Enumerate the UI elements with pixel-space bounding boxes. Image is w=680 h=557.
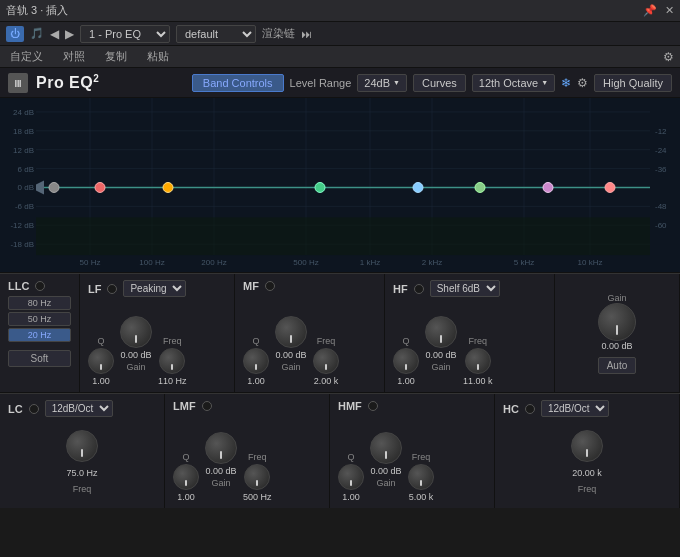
power-button[interactable]: ⏻ [6,26,24,42]
soft-button[interactable]: Soft [8,350,71,367]
mf-gain-knob[interactable] [275,316,307,348]
hmf-q-value: 1.00 [342,492,360,502]
octave-dropdown[interactable]: 12th Octave [472,74,555,92]
level-range-dropdown[interactable]: 24dB [357,74,407,92]
hc-enable[interactable] [525,404,535,414]
third-bar: 自定义 对照 复制 粘贴 ⚙ [0,46,680,68]
hmf-freq-label: Freq [412,452,431,462]
svg-text:-6 dB: -6 dB [15,202,34,211]
next-button[interactable]: ▶ [65,27,74,41]
lmf-q-knob[interactable] [173,464,199,490]
mf-enable[interactable] [265,281,275,291]
mf-q-knob[interactable] [243,348,269,374]
preset-select[interactable]: 1 - Pro EQ [80,25,170,43]
settings-icon[interactable]: ⚙ [577,76,588,90]
chain-label: 渲染链 [262,26,295,41]
compare-button[interactable]: 对照 [59,49,89,64]
hf-freq-value: 11.00 k [463,376,493,386]
band-row-1: LLC 80 Hz 50 Hz 20 Hz Soft LF Peaking Q … [0,273,680,393]
hf-q-value: 1.00 [397,376,415,386]
lmf-gain-knob[interactable] [205,432,237,464]
llc-freq3[interactable]: 20 Hz [8,328,71,342]
lc-name: LC [8,403,23,415]
hf-q-label: Q [402,336,409,346]
hf-panel: HF Shelf 6dB Q 1.00 0.00 dB Gain Freq 11… [385,274,555,392]
svg-text:24 dB: 24 dB [13,108,34,117]
lf-q-value: 1.00 [92,376,110,386]
lmf-q-label: Q [182,452,189,462]
lf-enable[interactable] [107,284,117,294]
svg-text:10 kHz: 10 kHz [578,258,603,267]
lc-freq-knob[interactable] [66,430,98,462]
svg-text:5 kHz: 5 kHz [514,258,534,267]
lf-q-knob[interactable] [88,348,114,374]
curves-button[interactable]: Curves [413,74,466,92]
chain-select[interactable]: default [176,25,256,43]
master-gain-value: 0.00 dB [601,341,632,351]
hc-freq-value: 20.00 k [572,468,602,478]
svg-text:1 kHz: 1 kHz [360,258,380,267]
mf-q-value: 1.00 [247,376,265,386]
hf-freq-knob[interactable] [465,348,491,374]
svg-point-20 [315,183,325,193]
lf-name: LF [88,283,101,295]
lc-enable[interactable] [29,404,39,414]
mf-freq-knob[interactable] [313,348,339,374]
mf-q-label: Q [252,336,259,346]
hc-panel: HC 12dB/Oct 20.00 k Freq [495,394,680,508]
mf-name: MF [243,280,259,292]
llc-freq1[interactable]: 80 Hz [8,296,71,310]
snowflake-icon[interactable]: ❄ [561,76,571,90]
hmf-q-knob[interactable] [338,464,364,490]
hmf-gain-knob[interactable] [370,432,402,464]
band-controls-button[interactable]: Band Controls [192,74,284,92]
svg-text:2 kHz: 2 kHz [422,258,442,267]
hc-freq-knob[interactable] [571,430,603,462]
lmf-freq-knob[interactable] [244,464,270,490]
master-gain-knob[interactable] [598,303,636,341]
master-gain-label: Gain [607,293,626,303]
gear-button[interactable]: ⚙ [663,50,674,64]
llc-freq2[interactable]: 50 Hz [8,312,71,326]
hmf-name: HMF [338,400,362,412]
logo-text: ||| [15,78,22,87]
band-row-2: LC 12dB/Oct 75.0 Hz Freq LMF Q 1.00 [0,393,680,508]
lc-type-select[interactable]: 12dB/Oct [45,400,113,417]
paste-button[interactable]: 粘贴 [143,49,173,64]
hmf-enable[interactable] [368,401,378,411]
custom-button[interactable]: 自定义 [6,49,47,64]
second-bar: ⏻ 🎵 ◀ ▶ 1 - Pro EQ default 渲染链 ⏭ [0,22,680,46]
hf-q-knob[interactable] [393,348,419,374]
auto-button[interactable]: Auto [598,357,637,374]
mf-gain-value: 0.00 dB [275,350,306,360]
hf-gain-knob[interactable] [425,316,457,348]
lf-freq-knob[interactable] [159,348,185,374]
lf-freq-label: Freq [163,336,182,346]
svg-text:-60: -60 [655,221,667,230]
level-range-label: Level Range [290,77,352,89]
close-icon[interactable]: ✕ [665,4,674,17]
lmf-gain-label: Gain [211,478,230,488]
hf-enable[interactable] [414,284,424,294]
hc-type-select[interactable]: 12dB/Oct [541,400,609,417]
high-quality-button[interactable]: High Quality [594,74,672,92]
chain-icon: ⏭ [301,28,312,40]
svg-text:0 dB: 0 dB [18,183,34,192]
lf-type-select[interactable]: Peaking [123,280,186,297]
hmf-freq-value: 5.00 k [409,492,434,502]
track-icon: 🎵 [30,27,44,40]
llc-enable[interactable] [35,281,45,291]
svg-point-18 [95,183,105,193]
svg-text:-36: -36 [655,165,667,174]
mf-freq-value: 2.00 k [314,376,339,386]
prev-button[interactable]: ◀ [50,27,59,41]
lf-gain-knob[interactable] [120,316,152,348]
svg-marker-46 [36,181,44,195]
lmf-enable[interactable] [202,401,212,411]
svg-point-21 [413,183,423,193]
pin-icon[interactable]: 📌 [643,4,657,17]
hf-type-select[interactable]: Shelf 6dB [430,280,500,297]
copy-button[interactable]: 复制 [101,49,131,64]
hmf-freq-knob[interactable] [408,464,434,490]
svg-rect-16 [36,217,650,255]
